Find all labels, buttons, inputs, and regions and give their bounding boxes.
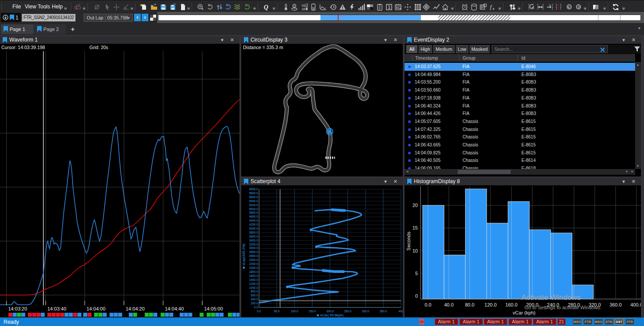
svg-text:6000.0: 6000.0 xyxy=(249,188,258,191)
svg-text:80.0: 80.0 xyxy=(465,302,474,307)
svg-text:20: 20 xyxy=(413,203,418,208)
svg-text:14:04:00: 14:04:00 xyxy=(87,306,106,311)
svg-text:1400.0: 1400.0 xyxy=(249,278,258,281)
svg-text:400.0: 400.0 xyxy=(251,298,258,301)
svg-text:300.0: 300.0 xyxy=(362,310,370,313)
svg-text:3200.0: 3200.0 xyxy=(249,243,258,246)
svg-text:2800.0: 2800.0 xyxy=(249,250,258,253)
svg-text:5200.0: 5200.0 xyxy=(249,203,258,207)
svg-text:150.0: 150.0 xyxy=(309,310,316,313)
svg-text:4600.0: 4600.0 xyxy=(249,215,258,218)
svg-text:120.0: 120.0 xyxy=(485,302,497,307)
svg-text:Cursor: 14:03:39.198: Cursor: 14:03:39.198 xyxy=(1,45,45,50)
svg-text:1800.0: 1800.0 xyxy=(249,270,258,273)
svg-text:■ sLap(335.2M): ■ sLap(335.2M) xyxy=(242,243,246,268)
svg-text:14:05:00: 14:05:00 xyxy=(204,306,223,311)
svg-text:01: 01 xyxy=(302,4,305,7)
svg-text:100.0: 100.0 xyxy=(291,310,298,313)
svg-text:10: 10 xyxy=(302,8,305,11)
svg-text:1200.0: 1200.0 xyxy=(249,282,258,285)
svg-text:14:03:40: 14:03:40 xyxy=(47,306,66,311)
svg-text:5600.0: 5600.0 xyxy=(249,196,258,199)
svg-text:160.0: 160.0 xyxy=(505,302,518,307)
svg-text:15: 15 xyxy=(413,225,418,230)
svg-text:350.0: 350.0 xyxy=(380,310,387,313)
svg-text:14:03:20: 14:03:20 xyxy=(8,306,27,311)
svg-text:4200.0: 4200.0 xyxy=(249,223,258,226)
svg-text:14:04:20: 14:04:20 xyxy=(126,306,145,311)
svg-text:200.0: 200.0 xyxy=(251,302,258,305)
svg-text:360.0: 360.0 xyxy=(609,302,622,307)
svg-text:2600.0: 2600.0 xyxy=(249,254,258,257)
svg-text:1600.0: 1600.0 xyxy=(249,274,258,277)
svg-text:5: 5 xyxy=(415,271,418,276)
svg-text:4800.0: 4800.0 xyxy=(249,211,258,214)
svg-text:3800.0: 3800.0 xyxy=(249,231,258,234)
svg-text:1: 1 xyxy=(388,5,391,10)
svg-text:200.0: 200.0 xyxy=(326,310,334,313)
svg-text:2000.0: 2000.0 xyxy=(249,266,258,269)
svg-text:0: 0 xyxy=(415,293,418,299)
svg-text:800.0: 800.0 xyxy=(251,290,258,293)
svg-text:5800.0: 5800.0 xyxy=(249,192,258,195)
svg-text:2400.0: 2400.0 xyxy=(249,258,258,261)
svg-text:400.0: 400.0 xyxy=(630,302,641,307)
svg-text:3600.0: 3600.0 xyxy=(249,235,258,238)
svg-text:5000.0: 5000.0 xyxy=(249,207,258,211)
svg-text:0.0: 0.0 xyxy=(257,310,261,313)
svg-text:400: 400 xyxy=(398,310,403,313)
svg-text:40.0: 40.0 xyxy=(444,302,453,307)
svg-text:3000.0: 3000.0 xyxy=(249,246,258,249)
svg-text:Q: Q xyxy=(264,4,268,11)
svg-text:1000.0: 1000.0 xyxy=(249,286,258,289)
svg-text:3400.0: 3400.0 xyxy=(249,239,258,242)
svg-text:0.0: 0.0 xyxy=(424,302,431,307)
svg-text:0.0: 0.0 xyxy=(254,306,258,309)
svg-text:14:04:40: 14:04:40 xyxy=(165,306,184,311)
svg-text:2200.0: 2200.0 xyxy=(249,262,258,265)
svg-text:■ vCar( 59.8kph): ■ vCar( 59.8kph) xyxy=(317,313,343,317)
svg-text:600.0: 600.0 xyxy=(251,294,258,297)
svg-text:Grid: 20s: Grid: 20s xyxy=(89,45,108,50)
svg-text:4400.0: 4400.0 xyxy=(249,219,258,222)
svg-text:vCar (kph): vCar (kph) xyxy=(513,310,535,315)
svg-text:4000.0: 4000.0 xyxy=(249,227,258,230)
svg-text:5400.0: 5400.0 xyxy=(249,199,258,203)
svg-text:x: x xyxy=(492,7,494,11)
svg-text:Distance = 335.3 m: Distance = 335.3 m xyxy=(243,45,283,50)
svg-text:Seconds: Seconds xyxy=(406,231,411,250)
svg-text:50.0: 50.0 xyxy=(274,310,280,313)
svg-text:10: 10 xyxy=(413,248,418,253)
svg-text:250.0: 250.0 xyxy=(344,310,351,313)
